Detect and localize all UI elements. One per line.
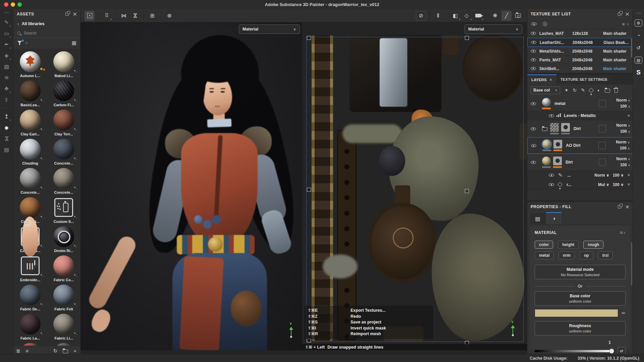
layer-anchor-slot[interactable] [599,125,606,132]
viewport-2d[interactable]: Material ∨ ⇧⌘EExport Textures...⇧⌘ZRedo⇧… [302,22,527,350]
filter-sort-icon[interactable]: ≡ [620,230,623,235]
roughness-slider[interactable] [535,350,613,352]
eye-sync-icon[interactable] [531,22,537,25]
eye-icon[interactable] [549,114,554,117]
render-disable-icon-button[interactable]: ⊘ [416,11,426,20]
layer-row[interactable]: AO DirtNorm∨100∨ [527,137,633,154]
layer-effect-row[interactable]: ✎...Norm ∨100 ∨✕ [527,171,633,180]
folder-list-icon[interactable]: ≡ [26,348,29,354]
geometry-mask-tool-button[interactable]: ◈∨ [1,50,12,61]
layer-effect-row[interactable]: r...Mul ∨100 ∨✕ [527,180,633,189]
slider-handle[interactable] [609,349,614,354]
layer-anchor-slot[interactable] [599,100,606,107]
log-icon-button[interactable]: ▤ [635,57,642,64]
mirror-y-icon-button[interactable]: ⋈ [130,11,140,21]
asset-tile[interactable] [47,343,80,346]
anchor-refresh-icon[interactable]: ↻ [573,87,577,93]
search-input[interactable] [23,31,76,36]
filter-sort-icon[interactable]: ≡ [622,21,625,27]
paint-tool-button[interactable]: ✎∨ [1,17,12,28]
asset-tile[interactable]: Fabric Felt [47,285,80,314]
viewport-3d[interactable]: Material ∨ Y [80,22,302,350]
undock-panel-icon[interactable] [618,12,621,16]
projection-tool-button[interactable]: ✒∨ [1,39,12,50]
asset-tile[interactable]: Concrete... [47,168,80,197]
eye-icon[interactable] [531,144,536,147]
tab-texture-set-settings[interactable]: TEXTURE SET SETTINGS [556,74,611,84]
layer-thumbnail[interactable] [553,140,562,148]
channel-chip-color[interactable]: color [535,241,553,249]
export-resources-icon-button[interactable]: ↥∨ [1,111,12,122]
channel-chip-metal[interactable]: metal [535,251,554,259]
layer-anchor-slot[interactable] [598,142,606,149]
asset-tile[interactable]: Fabric La... [13,314,47,343]
paint-mode-icon-button[interactable]: ╱ [501,11,512,21]
close-icon[interactable]: ✕ [627,114,630,118]
transform-handle[interactable] [307,188,311,192]
close-tab-icon[interactable]: ✕ [549,78,552,82]
shading-mode-dropdown-2d[interactable]: Material ∨ [465,24,522,34]
asset-tile[interactable]: Concrete... [47,139,80,168]
blend-mode-dropdown[interactable]: Mul ∨ [598,182,609,187]
material-picker-tool-button[interactable]: ✑ [1,94,12,105]
texture-set-row[interactable]: SkirtBelt...2048x2048Main shader [527,64,633,73]
base-color-button[interactable]: Base color uniform color [535,291,626,306]
close-icon[interactable]: ✕ [627,173,630,177]
asset-tile[interactable]: ☺Custom S... [13,226,47,255]
channel-chip-height[interactable]: height [558,241,579,249]
asset-tile[interactable]: Concrete... [13,168,47,197]
eye-icon[interactable] [531,127,536,130]
layer-row[interactable]: DirtNorm∨100∨ [527,120,633,137]
mirror-x-icon-button[interactable]: ⋈ [119,11,129,21]
new-folder-icon[interactable] [63,350,68,353]
asset-tile[interactable]: Carbon Fi... [47,80,80,110]
layer-anchor-slot[interactable] [599,159,606,166]
drag-handle-icon[interactable]: ⠶⠶⠶ [636,12,641,15]
folder-icon[interactable] [605,89,610,93]
fill-add-icon[interactable] [589,87,594,93]
blend-mode-dropdown[interactable]: Norm∨ [609,123,630,129]
layer-thumbnail[interactable] [553,157,562,165]
shading-mode-dropdown-3d[interactable]: Material ∨ [239,24,300,34]
asset-tile[interactable]: Custom S... [47,197,80,226]
reset-rotation-icon-button[interactable]: ⊗ [164,11,174,21]
eye-icon[interactable] [531,58,536,61]
eye-icon[interactable] [531,32,536,35]
roughness-button[interactable]: Roughness uniform color [535,321,626,336]
material-mode-button[interactable]: Material mode No Resource Selected [535,265,626,279]
channel-chip-trsl[interactable]: trsl [598,251,613,259]
hourglass-icon-button[interactable]: ⋈ [1,133,12,144]
asset-tile[interactable]: |||Embroide... [13,255,47,285]
pause-engine-icon-button[interactable]: Ⅱ [433,11,443,21]
blend-mode-dropdown[interactable]: Norm∨ [609,139,630,145]
eye-icon[interactable] [531,102,536,105]
channel-filter-dropdown[interactable]: Base col ∨ [531,86,560,94]
layer-thumbnail[interactable] [542,140,551,148]
assets-shelf-icon-button[interactable]: ◆ [1,122,12,133]
opacity-dropdown[interactable]: 100 ∨ [613,182,624,187]
channel-chip-rough[interactable]: rough [583,241,603,249]
asset-tile[interactable]: Baked Li... [47,51,80,80]
eye-solo-icon[interactable]: 1 [543,22,547,26]
smudge-tool-button[interactable]: ≋ [1,72,12,83]
projection-mode-icon-button[interactable]: ◇∨ [462,11,472,21]
uv-tiling-icon-button[interactable]: ⠿∨ [102,11,112,21]
add-icon[interactable]: + [73,348,76,354]
layer-thumbnail[interactable] [550,123,559,132]
eraser-tool-button[interactable]: ▭∨ [1,28,12,39]
symmetry-icon-button[interactable]: ◧∨ [450,11,460,21]
add-frame-icon-button[interactable]: ⊞ [147,11,157,21]
asset-tile[interactable] [13,343,47,346]
undock-panel-icon[interactable] [618,205,621,208]
tab-fill-settings[interactable]: ▤ [530,213,545,224]
clone-tool-button[interactable]: ❖∨ [1,83,12,94]
eye-icon[interactable] [531,41,536,44]
channel-chip-nrm[interactable]: nrm [558,251,575,259]
drag-handle-icon[interactable]: ⠶⠶⠶ [4,11,9,14]
mask-moon-icon[interactable]: ◐ [597,87,600,93]
transform-handle[interactable] [307,339,311,343]
eye-icon[interactable] [549,183,554,186]
tab-layers[interactable]: LAYERS ✕ [527,74,556,84]
close-panel-icon[interactable]: ✕ [625,11,630,17]
trash-icon[interactable] [614,89,618,93]
